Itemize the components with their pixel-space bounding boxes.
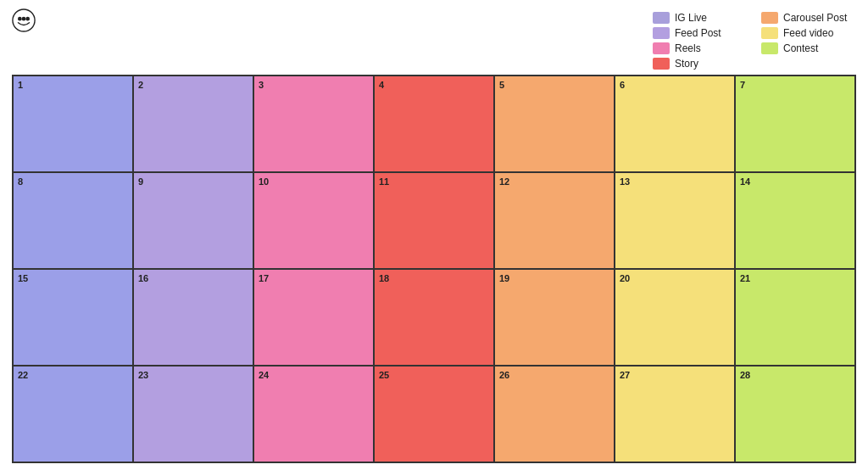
calendar-cell[interactable]: 12 [494,172,615,269]
page-wrapper: IG LiveCarousel PostFeed PostFeed videoR… [0,0,868,470]
calendar-cell[interactable]: 15 [13,269,133,366]
top-area: IG LiveCarousel PostFeed PostFeed videoR… [12,8,856,70]
calendar-cell[interactable]: 16 [133,269,253,366]
legend-label-feed-post: Feed Post [675,27,721,39]
calendar-cell[interactable]: 21 [735,269,855,366]
legend-item-feed-post: Feed Post [653,27,748,39]
calendar-cell[interactable]: 13 [615,172,735,269]
legend-swatch-feed-video [761,27,778,39]
svg-point-2 [22,17,26,21]
calendar-cell[interactable]: 9 [133,172,253,269]
calendar-cell[interactable]: 11 [374,172,494,269]
day-number: 27 [620,370,630,380]
legend-item-empty [761,58,856,70]
day-number: 5 [499,80,504,90]
svg-point-3 [25,17,30,21]
day-number: 23 [138,370,148,380]
manychat-logo-icon [12,8,36,32]
calendar-cell[interactable]: 26 [494,366,615,462]
calendar-cell[interactable]: 3 [253,76,374,172]
day-number: 25 [379,370,389,380]
legend-swatch-story [653,58,670,70]
legend-item-feed-video: Feed video [761,27,856,39]
day-number: 18 [379,273,389,283]
day-number: 11 [379,176,389,187]
calendar-cell[interactable]: 10 [253,172,374,269]
logo-row [12,8,41,32]
day-number: 26 [499,370,509,380]
calendar-cell[interactable]: 5 [494,76,615,172]
day-number: 17 [259,273,269,283]
calendar-cell[interactable]: 22 [13,366,133,462]
legend-swatch-contest [761,42,778,54]
calendar-cell[interactable]: 20 [615,269,735,366]
calendar-cell[interactable]: 25 [374,366,494,462]
legend-swatch-feed-post [653,27,670,39]
calendar-cell[interactable]: 28 [735,366,855,462]
legend-label-contest: Contest [783,42,818,54]
day-number: 3 [259,80,264,90]
legend-item-reels: Reels [653,42,748,54]
day-number: 10 [259,176,269,187]
calendar-cell[interactable]: 27 [615,366,735,462]
legend-label-ig-live: IG Live [675,12,707,24]
day-number: 2 [138,80,143,90]
day-number: 19 [499,273,509,283]
legend-item-carousel-post: Carousel Post [761,12,856,24]
day-number: 24 [259,370,269,380]
day-number: 21 [740,273,750,283]
legend-label-feed-video: Feed video [783,27,833,39]
legend-item-story: Story [653,58,748,70]
day-number: 14 [740,176,750,187]
day-number: 8 [18,176,23,187]
calendar-cell[interactable]: 14 [735,172,855,269]
legend-item-ig-live: IG Live [653,12,748,24]
legend-swatch-ig-live [653,12,670,24]
legend: IG LiveCarousel PostFeed PostFeed videoR… [653,12,856,70]
legend-label-carousel-post: Carousel Post [783,12,847,24]
day-number: 7 [740,80,745,90]
legend-swatch-carousel-post [761,12,778,24]
calendar-cell[interactable]: 19 [494,269,615,366]
day-number: 15 [18,273,28,283]
calendar-grid: 1234567891011121314151617181920212223242… [12,75,856,463]
day-number: 1 [18,80,23,90]
day-number: 9 [138,176,143,187]
legend-label-reels: Reels [675,42,701,54]
left-header [12,8,41,34]
calendar-cell[interactable]: 8 [13,172,133,269]
day-number: 6 [620,80,625,90]
calendar-cell[interactable]: 2 [133,76,253,172]
calendar-cell[interactable]: 18 [374,269,494,366]
calendar-cell[interactable]: 23 [133,366,253,462]
calendar-cell[interactable]: 6 [615,76,735,172]
calendar-cell[interactable]: 24 [253,366,374,462]
calendar-cell[interactable]: 1 [13,76,133,172]
calendar-cell[interactable]: 4 [374,76,494,172]
legend-item-contest: Contest [761,42,856,54]
legend-label-story: Story [675,58,698,70]
day-number: 13 [620,176,630,187]
day-number: 20 [620,273,630,283]
day-number: 4 [379,80,384,90]
day-number: 16 [138,273,148,283]
calendar-cell[interactable]: 7 [735,76,855,172]
calendar-cell[interactable]: 17 [253,269,374,366]
day-number: 22 [18,370,28,380]
day-number: 12 [499,176,509,187]
legend-swatch-reels [653,42,670,54]
day-number: 28 [740,370,750,380]
svg-point-1 [18,17,22,21]
